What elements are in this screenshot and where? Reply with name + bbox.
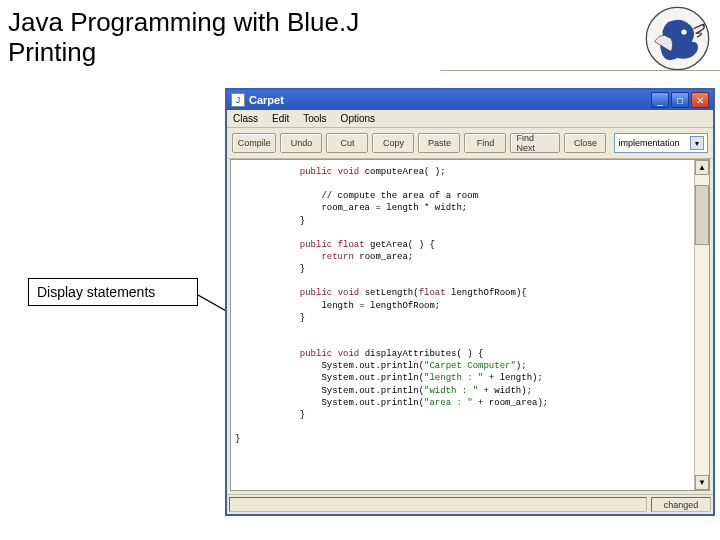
vertical-scrollbar[interactable]: ▲ ▼ [694,160,709,490]
statusbar: changed [227,494,713,514]
undo-button[interactable]: Undo [280,133,322,153]
findnext-button[interactable]: Find Next [510,133,560,153]
code-editor[interactable]: public void computeArea( ); // compute t… [231,160,694,490]
view-dropdown[interactable]: implementation ▾ [614,133,708,153]
compile-button[interactable]: Compile [232,133,276,153]
toolbar: Compile Undo Cut Copy Paste Find Find Ne… [227,128,713,159]
window-icon: J [231,93,245,107]
callout-display-statements: Display statements [28,278,198,306]
window-title: Carpet [249,94,651,106]
bluej-editor-window: J Carpet _ □ ✕ Class Edit Tools Options … [225,88,715,516]
status-changed: changed [651,497,711,512]
menu-edit[interactable]: Edit [272,113,289,124]
menu-tools[interactable]: Tools [303,113,326,124]
copy-button[interactable]: Copy [372,133,414,153]
menubar: Class Edit Tools Options [227,110,713,128]
chevron-down-icon: ▾ [690,136,704,150]
scroll-up-button[interactable]: ▲ [695,160,709,175]
close-window-button[interactable]: ✕ [691,92,709,108]
cut-button[interactable]: Cut [326,133,368,153]
menu-class[interactable]: Class [233,113,258,124]
paste-button[interactable]: Paste [418,133,460,153]
view-dropdown-value: implementation [618,138,679,148]
status-message [229,497,647,512]
scroll-track[interactable] [695,175,709,475]
menu-options[interactable]: Options [341,113,375,124]
slide-title: Java Programming with Blue.JPrinting [8,8,359,68]
maximize-button[interactable]: □ [671,92,689,108]
scroll-thumb[interactable] [695,185,709,245]
svg-point-1 [681,29,686,34]
close-button[interactable]: Close [564,133,606,153]
find-button[interactable]: Find [464,133,506,153]
scroll-down-button[interactable]: ▼ [695,475,709,490]
bluej-logo [645,6,710,71]
minimize-button[interactable]: _ [651,92,669,108]
titlebar[interactable]: J Carpet _ □ ✕ [227,90,713,110]
title-underline [440,70,720,71]
